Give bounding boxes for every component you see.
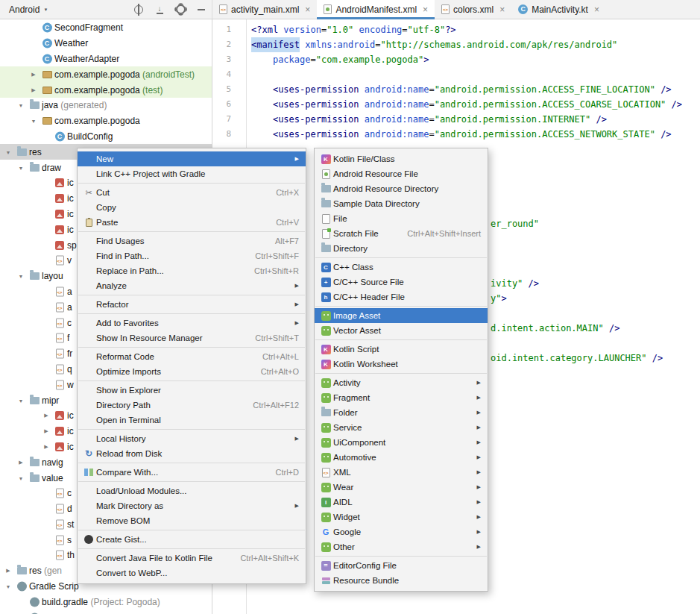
submenu-item-image-asset[interactable]: Image Asset (315, 308, 488, 323)
tree-expand-arrow[interactable]: ▼ (29, 119, 38, 124)
menu-item-replace-in-path[interactable]: Replace in Path...Ctrl+Shift+R (78, 263, 306, 278)
tree-item-com-example-pogoda[interactable]: ▼com.example.pogoda (0, 113, 212, 129)
tree-expand-arrow[interactable]: ▼ (4, 584, 13, 589)
menu-item-new[interactable]: New▶ (78, 151, 306, 166)
submenu-item-automotive[interactable]: Automotive▶ (315, 450, 488, 465)
submenu-item-c-c-source-file[interactable]: +C/C++ Source File (315, 275, 488, 289)
close-icon[interactable]: × (594, 5, 599, 14)
submenu-item-service[interactable]: Service▶ (315, 420, 488, 435)
menu-item-local-history[interactable]: Local History▶ (78, 431, 306, 446)
menu-item-refactor[interactable]: Refactor▶ (78, 297, 306, 312)
tree-item-com-example-pogoda[interactable]: ▶com.example.pogoda (androidTest) (0, 66, 212, 82)
submenu-item-wear[interactable]: Wear▶ (315, 480, 488, 495)
submenu-item-aidl[interactable]: IAIDL▶ (315, 495, 488, 510)
tree-expand-arrow[interactable]: ▼ (16, 103, 25, 108)
submenu-item-other[interactable]: Other▶ (315, 539, 488, 554)
submenu-item-file[interactable]: File (315, 211, 488, 226)
menu-item-convert-to-webp[interactable]: Convert to WebP... (78, 566, 306, 580)
close-icon[interactable]: × (499, 5, 505, 14)
collapse-all-button[interactable] (152, 2, 167, 17)
menu-item-find-in-path[interactable]: Find in Path...Ctrl+Shift+F (78, 248, 306, 263)
submenu-item-activity[interactable]: Activity▶ (315, 375, 488, 390)
menu-item-create-gist[interactable]: Create Gist... (78, 532, 306, 547)
locate-file-button[interactable] (131, 2, 146, 17)
menu-item-analyze[interactable]: Analyze▶ (78, 278, 306, 293)
submenu-item-kotlin-worksheet[interactable]: KKotlin Worksheet (315, 357, 488, 372)
project-view-selector[interactable]: Android ▼ (6, 3, 51, 16)
submenu-item-resource-bundle[interactable]: Resource Bundle (315, 573, 488, 588)
menu-item-show-in-resource-manager[interactable]: Show In Resource ManagerCtrl+Shift+T (78, 331, 306, 345)
menu-item-paste[interactable]: PasteCtrl+V (78, 215, 306, 230)
tree-item-build-gradle[interactable]: build.gradle (Project: Pogoda) (0, 594, 212, 610)
menu-item-convert-java-file-to-kotlin-file[interactable]: Convert Java File to Kotlin FileCtrl+Alt… (78, 551, 306, 566)
tree-expand-arrow[interactable]: ▼ (4, 149, 13, 154)
tree-item-secondfragment[interactable]: CSecondFragment (0, 20, 212, 36)
tree-item-java[interactable]: ▼java (generated) (0, 98, 212, 113)
line-number[interactable]: 6 (213, 97, 231, 112)
menu-item-optimize-imports[interactable]: Optimize ImportsCtrl+Alt+O (78, 364, 306, 379)
editor-tab-colors-xml[interactable]: colors.xml× (435, 0, 511, 19)
menu-item-mark-directory-as[interactable]: Mark Directory as▶ (78, 498, 306, 513)
tree-item-com-example-pogoda[interactable]: ▶com.example.pogoda (test) (0, 82, 212, 98)
code-line[interactable]: 3 package="com.example.pogoda"> (213, 52, 700, 67)
code-line[interactable]: 5 <uses-permission android:name="android… (213, 82, 700, 97)
submenu-item-uicomponent[interactable]: UiComponent▶ (315, 435, 488, 450)
code-line[interactable]: 7 <uses-permission android:name="android… (213, 112, 700, 127)
menu-item-reload-from-disk[interactable]: ↻Reload from Disk (78, 446, 306, 461)
line-number[interactable]: 1 (213, 22, 231, 37)
menu-item-directory-path[interactable]: Directory PathCtrl+Alt+F12 (78, 398, 306, 413)
menu-item-compare-with[interactable]: Compare With...Ctrl+D (78, 465, 306, 480)
tree-expand-arrow[interactable]: ▶ (29, 87, 38, 93)
submenu-item-google[interactable]: GGoogle▶ (315, 524, 488, 539)
menu-item-cut[interactable]: ✂CutCtrl+X (78, 185, 306, 200)
line-number[interactable]: 4 (213, 67, 231, 82)
close-icon[interactable]: × (305, 5, 310, 14)
submenu-item-kotlin-file-class[interactable]: KKotlin File/Class (315, 151, 488, 166)
tree-expand-arrow[interactable]: ▶ (16, 460, 25, 466)
tree-expand-arrow[interactable]: ▶ (29, 72, 38, 78)
tree-expand-arrow[interactable]: ▼ (16, 165, 25, 170)
line-number[interactable]: 3 (213, 52, 231, 67)
close-icon[interactable]: × (423, 5, 428, 14)
submenu-item-fragment[interactable]: Fragment▶ (315, 390, 488, 405)
editor-tab-androidmanifest-xml[interactable]: AndroidManifest.xml× (317, 0, 435, 19)
submenu-item-sample-data-directory[interactable]: Sample Data Directory (315, 196, 488, 211)
submenu-item-directory[interactable]: Directory (315, 241, 488, 256)
submenu-item-kotlin-script[interactable]: KKotlin Script (315, 342, 488, 357)
submenu-item-widget[interactable]: Widget▶ (315, 510, 488, 524)
menu-item-find-usages[interactable]: Find UsagesAlt+F7 (78, 234, 306, 248)
code-line[interactable]: 6 <uses-permission android:name="android… (213, 97, 700, 112)
code-line[interactable]: 8 <uses-permission android:name="android… (213, 127, 700, 142)
tree-expand-arrow[interactable]: ▼ (16, 274, 25, 279)
tree-item-build-gradle[interactable]: build.gradle (Module: Pogoda.app) (0, 610, 212, 614)
submenu-item-editorconfig-file[interactable]: =EditorConfig File (315, 558, 488, 573)
submenu-item-c-class[interactable]: CC++ Class (315, 260, 488, 275)
tree-expand-arrow[interactable]: ▼ (16, 475, 25, 480)
line-number[interactable]: 7 (213, 112, 231, 127)
editor-tab-activity-main-xml[interactable]: activity_main.xml× (212, 0, 317, 19)
code-line[interactable]: 1<?xml version="1.0" encoding="utf-8"?> (213, 22, 700, 37)
tree-item-weatheradapter[interactable]: CWeatherAdapter (0, 51, 212, 67)
line-number[interactable]: 5 (213, 82, 231, 97)
code-line[interactable]: 4 (213, 67, 700, 82)
line-number[interactable]: 8 (213, 127, 231, 142)
submenu-item-xml[interactable]: XML▶ (315, 465, 488, 480)
submenu-item-android-resource-directory[interactable]: Android Resource Directory (315, 181, 488, 196)
menu-item-show-in-explorer[interactable]: Show in Explorer (78, 383, 306, 398)
menu-item-remove-bom[interactable]: Remove BOM (78, 513, 306, 528)
submenu-item-vector-asset[interactable]: Vector Asset (315, 323, 488, 338)
settings-button[interactable] (173, 2, 188, 17)
menu-item-copy[interactable]: Copy (78, 200, 306, 215)
submenu-item-folder[interactable]: Folder▶ (315, 405, 488, 420)
menu-item-add-to-favorites[interactable]: Add to Favorites▶ (78, 316, 306, 331)
tree-expand-arrow[interactable]: ▶ (42, 428, 51, 434)
menu-item-load-unload-modules[interactable]: Load/Unload Modules... (78, 483, 306, 498)
submenu-item-android-resource-file[interactable]: Android Resource File (315, 166, 488, 181)
tree-expand-arrow[interactable]: ▶ (42, 444, 51, 450)
tree-expand-arrow[interactable]: ▼ (16, 398, 25, 403)
menu-item-open-in-terminal[interactable]: Open in Terminal (78, 413, 306, 427)
tree-item-buildconfig[interactable]: CBuildConfig (0, 129, 212, 145)
submenu-item-c-c-header-file[interactable]: hC/C++ Header File (315, 289, 488, 304)
hide-panel-button[interactable] (194, 2, 209, 17)
tree-expand-arrow[interactable]: ▶ (4, 568, 13, 574)
